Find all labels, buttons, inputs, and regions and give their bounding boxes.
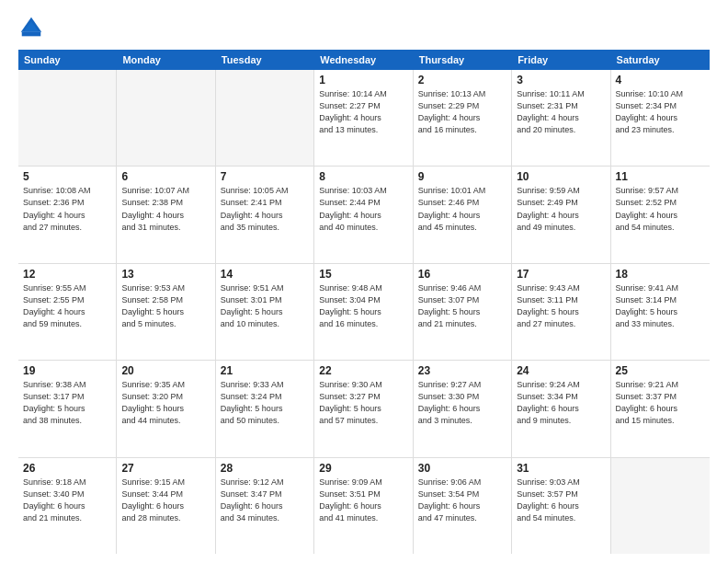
cal-cell: 23Sunrise: 9:27 AM Sunset: 3:30 PM Dayli… [414, 361, 512, 456]
cal-cell: 16Sunrise: 9:46 AM Sunset: 3:07 PM Dayli… [414, 264, 512, 360]
cal-cell: 8Sunrise: 10:03 AM Sunset: 2:44 PM Dayli… [314, 167, 413, 262]
header-day-thursday: Thursday [414, 50, 512, 70]
cal-cell: 31Sunrise: 9:03 AM Sunset: 3:57 PM Dayli… [512, 458, 610, 554]
day-info: Sunrise: 9:03 AM Sunset: 3:57 PM Dayligh… [517, 477, 605, 524]
logo-icon [18, 15, 44, 40]
day-info: Sunrise: 9:57 AM Sunset: 2:52 PM Dayligh… [616, 185, 705, 233]
cal-cell: 29Sunrise: 9:09 AM Sunset: 3:51 PM Dayli… [314, 458, 413, 554]
cal-cell: 9Sunrise: 10:01 AM Sunset: 2:46 PM Dayli… [414, 167, 512, 262]
day-info: Sunrise: 10:01 AM Sunset: 2:46 PM Daylig… [418, 185, 506, 233]
day-number: 15 [319, 268, 407, 281]
day-info: Sunrise: 9:55 AM Sunset: 2:55 PM Dayligh… [23, 282, 111, 330]
cal-cell: 10Sunrise: 9:59 AM Sunset: 2:49 PM Dayli… [512, 167, 610, 262]
day-info: Sunrise: 10:05 AM Sunset: 2:41 PM Daylig… [221, 185, 309, 233]
day-number: 23 [418, 364, 506, 377]
day-info: Sunrise: 9:33 AM Sunset: 3:24 PM Dayligh… [221, 379, 309, 427]
day-info: Sunrise: 10:08 AM Sunset: 2:36 PM Daylig… [23, 185, 111, 233]
cal-cell: 12Sunrise: 9:55 AM Sunset: 2:55 PM Dayli… [18, 264, 117, 360]
day-number: 20 [121, 364, 210, 377]
day-number: 12 [23, 268, 111, 281]
cal-cell [117, 70, 215, 166]
cal-cell: 17Sunrise: 9:43 AM Sunset: 3:11 PM Dayli… [512, 264, 610, 360]
day-number: 6 [121, 170, 210, 183]
day-number: 18 [616, 268, 705, 281]
day-info: Sunrise: 9:12 AM Sunset: 3:47 PM Dayligh… [221, 477, 309, 524]
cal-cell: 1Sunrise: 10:14 AM Sunset: 2:27 PM Dayli… [314, 70, 413, 166]
header-day-wednesday: Wednesday [314, 50, 413, 70]
svg-rect-2 [22, 32, 41, 37]
day-number: 24 [517, 364, 605, 377]
day-number: 31 [517, 462, 605, 475]
header-day-sunday: Sunday [18, 50, 117, 70]
cal-cell: 2Sunrise: 10:13 AM Sunset: 2:29 PM Dayli… [414, 70, 512, 166]
cal-cell: 7Sunrise: 10:05 AM Sunset: 2:41 PM Dayli… [216, 167, 314, 262]
day-number: 25 [616, 364, 705, 377]
day-info: Sunrise: 9:46 AM Sunset: 3:07 PM Dayligh… [418, 282, 506, 330]
day-info: Sunrise: 10:13 AM Sunset: 2:29 PM Daylig… [418, 88, 506, 136]
day-number: 13 [121, 268, 210, 281]
day-info: Sunrise: 10:03 AM Sunset: 2:44 PM Daylig… [319, 185, 407, 233]
day-number: 1 [319, 74, 407, 86]
cal-cell: 6Sunrise: 10:07 AM Sunset: 2:38 PM Dayli… [117, 167, 215, 262]
cal-cell: 21Sunrise: 9:33 AM Sunset: 3:24 PM Dayli… [216, 361, 314, 456]
day-info: Sunrise: 9:53 AM Sunset: 2:58 PM Dayligh… [121, 282, 210, 330]
day-info: Sunrise: 10:07 AM Sunset: 2:38 PM Daylig… [121, 185, 210, 233]
day-info: Sunrise: 10:14 AM Sunset: 2:27 PM Daylig… [319, 88, 407, 136]
day-info: Sunrise: 9:18 AM Sunset: 3:40 PM Dayligh… [23, 477, 111, 524]
day-info: Sunrise: 9:30 AM Sunset: 3:27 PM Dayligh… [319, 379, 407, 427]
day-info: Sunrise: 9:15 AM Sunset: 3:44 PM Dayligh… [121, 477, 210, 524]
cal-cell [18, 70, 117, 166]
header [18, 15, 710, 40]
day-number: 17 [517, 268, 605, 281]
cal-cell: 11Sunrise: 9:57 AM Sunset: 2:52 PM Dayli… [611, 167, 710, 262]
cal-cell: 5Sunrise: 10:08 AM Sunset: 2:36 PM Dayli… [18, 167, 117, 262]
day-info: Sunrise: 10:11 AM Sunset: 2:31 PM Daylig… [517, 88, 605, 136]
header-day-friday: Friday [512, 50, 610, 70]
day-number: 16 [418, 268, 506, 281]
cal-cell: 30Sunrise: 9:06 AM Sunset: 3:54 PM Dayli… [414, 458, 512, 554]
day-number: 2 [418, 74, 506, 86]
cal-cell: 15Sunrise: 9:48 AM Sunset: 3:04 PM Dayli… [314, 264, 413, 360]
day-info: Sunrise: 9:59 AM Sunset: 2:49 PM Dayligh… [517, 185, 605, 233]
day-info: Sunrise: 9:06 AM Sunset: 3:54 PM Dayligh… [418, 477, 506, 524]
day-number: 9 [418, 170, 506, 183]
day-info: Sunrise: 9:38 AM Sunset: 3:17 PM Dayligh… [23, 379, 111, 427]
week-row-2: 5Sunrise: 10:08 AM Sunset: 2:36 PM Dayli… [18, 167, 710, 263]
calendar-header: SundayMondayTuesdayWednesdayThursdayFrid… [18, 50, 710, 70]
cal-cell: 13Sunrise: 9:53 AM Sunset: 2:58 PM Dayli… [117, 264, 215, 360]
cal-cell [611, 458, 710, 554]
day-number: 14 [221, 268, 309, 281]
cal-cell: 20Sunrise: 9:35 AM Sunset: 3:20 PM Dayli… [117, 361, 215, 456]
day-number: 27 [121, 462, 210, 475]
week-row-5: 26Sunrise: 9:18 AM Sunset: 3:40 PM Dayli… [18, 458, 710, 554]
cal-cell: 22Sunrise: 9:30 AM Sunset: 3:27 PM Dayli… [314, 361, 413, 456]
day-info: Sunrise: 9:24 AM Sunset: 3:34 PM Dayligh… [517, 379, 605, 427]
calendar-body: 1Sunrise: 10:14 AM Sunset: 2:27 PM Dayli… [18, 70, 710, 554]
header-day-saturday: Saturday [611, 50, 710, 70]
day-number: 3 [517, 74, 605, 86]
day-number: 30 [418, 462, 506, 475]
day-info: Sunrise: 9:27 AM Sunset: 3:30 PM Dayligh… [418, 379, 506, 427]
day-number: 22 [319, 364, 407, 377]
day-number: 5 [23, 170, 111, 183]
week-row-3: 12Sunrise: 9:55 AM Sunset: 2:55 PM Dayli… [18, 264, 710, 361]
day-info: Sunrise: 9:41 AM Sunset: 3:14 PM Dayligh… [616, 282, 705, 330]
day-number: 4 [616, 74, 705, 86]
day-number: 21 [221, 364, 309, 377]
day-number: 19 [23, 364, 111, 377]
week-row-4: 19Sunrise: 9:38 AM Sunset: 3:17 PM Dayli… [18, 361, 710, 457]
calendar: SundayMondayTuesdayWednesdayThursdayFrid… [18, 50, 710, 554]
cal-cell [216, 70, 314, 166]
cal-cell: 26Sunrise: 9:18 AM Sunset: 3:40 PM Dayli… [18, 458, 117, 554]
day-info: Sunrise: 10:10 AM Sunset: 2:34 PM Daylig… [616, 88, 705, 136]
day-number: 28 [221, 462, 309, 475]
logo [18, 15, 48, 40]
day-number: 29 [319, 462, 407, 475]
cal-cell: 27Sunrise: 9:15 AM Sunset: 3:44 PM Dayli… [117, 458, 215, 554]
day-info: Sunrise: 9:51 AM Sunset: 3:01 PM Dayligh… [221, 282, 309, 330]
header-day-monday: Monday [117, 50, 215, 70]
cal-cell: 25Sunrise: 9:21 AM Sunset: 3:37 PM Dayli… [611, 361, 710, 456]
day-info: Sunrise: 9:43 AM Sunset: 3:11 PM Dayligh… [517, 282, 605, 330]
cal-cell: 18Sunrise: 9:41 AM Sunset: 3:14 PM Dayli… [611, 264, 710, 360]
cal-cell: 24Sunrise: 9:24 AM Sunset: 3:34 PM Dayli… [512, 361, 610, 456]
